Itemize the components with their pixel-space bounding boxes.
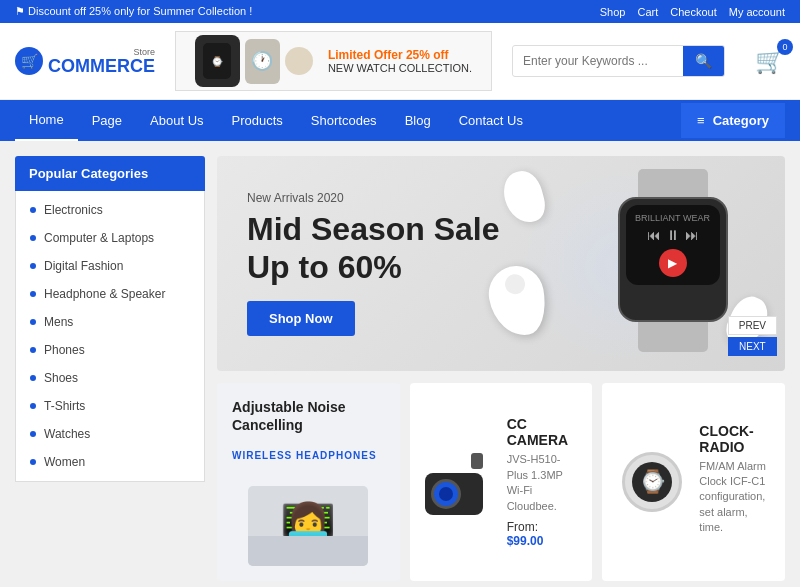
sidebar-label: Computer & Laptops [44,231,154,245]
nav-shortcodes[interactable]: Shortcodes [297,101,391,140]
person-img: 👩‍💻 [248,486,368,566]
watch-band-bottom [638,322,708,352]
camera-info: CC CAMERA JVS-H510-Plus 1.3MP Wi-Fi Clou… [507,416,578,548]
sidebar-categories: Electronics Computer & Laptops Digital F… [15,191,205,482]
shop-link[interactable]: Shop [600,6,626,18]
sidebar-item-watches[interactable]: Watches [16,420,204,448]
banner-image: ⌚ 🕐 [195,35,318,87]
header-banner: ⌚ 🕐 Limited Offer 25% off NEW WATCH COLL… [175,31,492,91]
sidebar-label: Phones [44,343,85,357]
logo-text-group: Store COMMERCE [48,47,155,75]
headphone-sub: WIRELESS HEADPHONES [232,450,377,461]
nav-about[interactable]: About Us [136,101,217,140]
camera-from: From: $99.00 [507,520,578,548]
banner-content: ⌚ 🕐 Limited Offer 25% off NEW WATCH COLL… [180,31,487,91]
nav-contact[interactable]: Contact Us [445,101,537,140]
sidebar-item-women[interactable]: Women [16,448,204,476]
sidebar-item-headphone[interactable]: Headphone & Speaker [16,280,204,308]
sidebar: Popular Categories Electronics Computer … [15,156,205,587]
clock-title: CLOCK-RADIO [699,423,770,455]
hero-navigation: PREV NEXT [728,316,777,356]
cam-mount [471,453,483,469]
sidebar-item-phones[interactable]: Phones [16,336,204,364]
checkout-link[interactable]: Checkout [670,6,716,18]
banner-text: Limited Offer 25% off NEW WATCH COLLECTI… [328,48,472,74]
bullet-icon [30,403,36,409]
hero-next-button[interactable]: NEXT [728,337,777,356]
hero-subtitle: New Arrivals 2020 [247,191,500,205]
headphone-promo-card[interactable]: Adjustable NoiseCancelling WIRELESS HEAD… [217,383,400,581]
category-menu[interactable]: ≡ Category [681,103,785,138]
hero-text: New Arrivals 2020 Mid Season SaleUp to 6… [247,191,500,337]
bullet-icon [30,263,36,269]
bullet-icon [30,459,36,465]
main-content: Popular Categories Electronics Computer … [0,141,800,587]
clock-radio-promo-card[interactable]: ⌚ CLOCK-RADIO FM/AM Alarm Clock ICF-C1 c… [602,383,785,581]
sidebar-item-mens[interactable]: Mens [16,308,204,336]
nav-page[interactable]: Page [78,101,136,140]
sidebar-label: Watches [44,427,90,441]
headphone-image: 👩‍💻 [232,486,385,566]
sidebar-item-computers[interactable]: Computer & Laptops [16,224,204,252]
camera-image [425,447,495,517]
sidebar-item-electronics[interactable]: Electronics [16,196,204,224]
nav-blog[interactable]: Blog [391,101,445,140]
nav-home[interactable]: Home [15,100,78,141]
content-area: New Arrivals 2020 Mid Season SaleUp to 6… [217,156,785,587]
clock-inner: ⌚ [632,462,672,502]
search-bar[interactable]: 🔍 [512,45,725,77]
watch-img: ⌚ [195,35,240,87]
navigation: Home Page About Us Products Shortcodes B… [0,100,800,141]
sidebar-item-tshirts[interactable]: T-Shirts [16,392,204,420]
bullet-icon [30,431,36,437]
bullet-icon [30,319,36,325]
sidebar-item-digital-fashion[interactable]: Digital Fashion [16,252,204,280]
header: 🛒 Store COMMERCE ⌚ 🕐 Limited Offer 25% o… [0,23,800,100]
top-links: Shop Cart Checkout My account [600,6,785,18]
sidebar-label: T-Shirts [44,399,85,413]
cam-lens [431,479,461,509]
camera-promo-card[interactable]: CC CAMERA JVS-H510-Plus 1.3MP Wi-Fi Clou… [410,383,593,581]
headphone-title: Adjustable NoiseCancelling [232,398,346,434]
banner-subtitle: NEW WATCH COLLECTION. [328,62,472,74]
earbud-left [499,167,549,227]
clock-sub: FM/AM Alarm Clock ICF-C1 configuration, … [699,459,770,536]
bullet-icon [30,207,36,213]
account-link[interactable]: My account [729,6,785,18]
play-button: ▶ [659,249,687,277]
clock-face: ⌚ [622,452,682,512]
watch-screen: BRILLIANT WEAR ⏮⏸⏭ ▶ [626,205,720,285]
sidebar-item-shoes[interactable]: Shoes [16,364,204,392]
camera-shape [425,450,495,515]
camera-sub: JVS-H510-Plus 1.3MP Wi-Fi Cloudbee. [507,452,578,514]
cart-icon[interactable]: 🛒 0 [755,47,785,75]
nav-products[interactable]: Products [218,101,297,140]
logo-icon: 🛒 [15,47,43,75]
smartwatch-product: BRILLIANT WEAR ⏮⏸⏭ ▶ [605,169,740,354]
third-product-img [285,47,313,75]
bullet-icon [30,347,36,353]
sidebar-label: Mens [44,315,73,329]
hero-prev-button[interactable]: PREV [728,316,777,335]
search-button[interactable]: 🔍 [683,46,724,76]
sidebar-label: Headphone & Speaker [44,287,165,301]
cart-link[interactable]: Cart [637,6,658,18]
bullet-icon [30,235,36,241]
sidebar-label: Electronics [44,203,103,217]
second-watch-img: 🕐 [245,39,280,84]
cam-lens-inner [439,487,453,501]
logo[interactable]: 🛒 Store COMMERCE [15,47,155,75]
sidebar-label: Shoes [44,371,78,385]
shop-now-button[interactable]: Shop Now [247,301,355,336]
cart-badge: 0 [777,39,793,55]
watch-band-top [638,169,708,197]
watch-body: BRILLIANT WEAR ⏮⏸⏭ ▶ [618,197,728,322]
top-bar: ⚑ Discount off 25% only for Summer Colle… [0,0,800,23]
bullet-icon [30,291,36,297]
camera-price: $99.00 [507,534,544,548]
banner-offer: Limited Offer 25% off [328,48,472,62]
nav-links: Home Page About Us Products Shortcodes B… [15,100,681,141]
camera-title: CC CAMERA [507,416,578,448]
promo-grid: Adjustable NoiseCancelling WIRELESS HEAD… [217,383,785,581]
search-input[interactable] [513,47,683,75]
